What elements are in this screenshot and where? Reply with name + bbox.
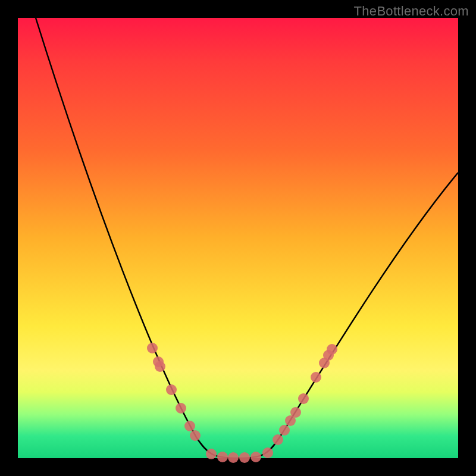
- scatter-point: [184, 421, 195, 431]
- scatter-point: [311, 372, 321, 383]
- scatter-point: [279, 425, 290, 436]
- watermark-text: TheBottleneck.com: [354, 4, 469, 19]
- scatter-point: [206, 449, 217, 459]
- scatter-point: [190, 430, 201, 441]
- chart-frame: TheBottleneck.com: [0, 0, 476, 476]
- scatter-point: [166, 384, 177, 395]
- scatter-point: [327, 344, 337, 355]
- scatter-point: [239, 452, 250, 463]
- scatter-point: [262, 447, 273, 458]
- chart-svg: [18, 18, 458, 458]
- scatter-point: [147, 343, 158, 353]
- scatter-point: [217, 452, 228, 462]
- scatter-point: [228, 452, 239, 463]
- scatter-point: [298, 393, 309, 404]
- scatter-point: [273, 434, 283, 445]
- scatter-point: [176, 403, 186, 414]
- plot-area: [18, 18, 458, 458]
- scatter-point: [155, 361, 165, 372]
- scatter-point: [250, 452, 261, 462]
- bottleneck-curve: [36, 18, 458, 458]
- scatter-point: [290, 407, 301, 418]
- scatter-group: [147, 343, 337, 463]
